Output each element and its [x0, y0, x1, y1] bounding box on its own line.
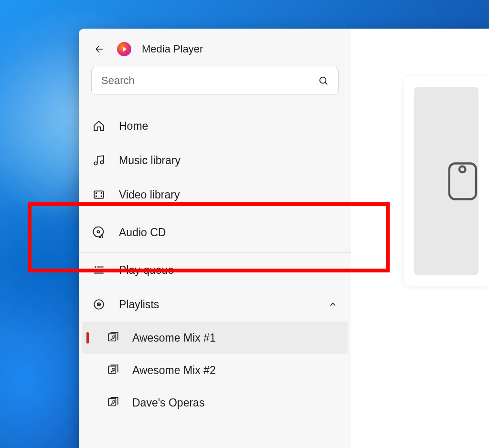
svg-rect-3 [94, 191, 104, 198]
video-icon [92, 188, 106, 201]
playlist-label-2: Awesome Mix #2 [132, 364, 216, 377]
nav-home-label: Home [119, 120, 338, 133]
nav-music-library[interactable]: Music library [79, 143, 351, 177]
svg-point-8 [93, 227, 103, 237]
nav-queue-label: Play queue [119, 264, 338, 277]
svg-point-11 [102, 236, 104, 238]
svg-point-23 [113, 370, 114, 372]
search-box[interactable] [91, 67, 339, 94]
playlist-item-1[interactable]: Awesome Mix #1 [82, 322, 348, 354]
svg-point-4 [96, 193, 97, 194]
nav-home[interactable]: Home [79, 109, 351, 143]
content-card [404, 76, 489, 286]
back-button[interactable] [92, 42, 106, 56]
music-placeholder-icon [445, 157, 483, 205]
nav-video-library[interactable]: Video library [79, 177, 351, 212]
sidebar: Media Player Home [79, 29, 351, 448]
music-icon [92, 154, 106, 167]
playlist-icon [106, 396, 120, 409]
playlist-item-3[interactable]: Dave's Operas [82, 386, 348, 419]
album-art-placeholder [414, 87, 478, 275]
queue-icon [92, 263, 106, 277]
svg-point-10 [99, 237, 101, 239]
svg-point-9 [97, 231, 100, 233]
svg-point-0 [320, 77, 326, 83]
svg-point-1 [94, 162, 97, 165]
cd-icon [92, 226, 106, 239]
app-icon [117, 42, 131, 56]
playlist-label-3: Dave's Operas [132, 396, 204, 409]
nav-list: Home Music library [79, 109, 351, 419]
nav-music-label: Music library [119, 154, 338, 167]
nav-playlists[interactable]: Playlists [79, 287, 351, 322]
home-icon [92, 119, 106, 133]
media-player-window: Media Player Home [79, 29, 489, 448]
header: Media Player [79, 42, 351, 67]
playlist-label-1: Awesome Mix #1 [132, 332, 216, 344]
arrow-left-icon [94, 43, 105, 55]
svg-point-5 [96, 196, 97, 197]
playlists-icon [92, 298, 106, 311]
search-input[interactable] [101, 74, 318, 87]
nav-playlists-label: Playlists [119, 298, 315, 311]
svg-point-28 [459, 166, 466, 172]
nav-audiocd-label: Audio CD [119, 226, 338, 239]
app-title: Media Player [142, 43, 203, 55]
svg-point-25 [111, 404, 112, 405]
svg-rect-27 [449, 163, 476, 199]
chevron-up-icon [328, 300, 338, 309]
svg-point-7 [101, 196, 102, 197]
svg-point-6 [101, 193, 102, 194]
playlist-item-2[interactable]: Awesome Mix #2 [82, 354, 348, 386]
svg-point-26 [113, 403, 114, 404]
svg-point-19 [111, 339, 112, 340]
nav-audio-cd[interactable]: Audio CD [79, 212, 351, 253]
svg-point-17 [98, 304, 99, 305]
search-container [79, 67, 351, 109]
nav-play-queue[interactable]: Play queue [79, 253, 351, 287]
playlist-icon [106, 331, 120, 344]
nav-video-label: Video library [119, 188, 338, 201]
svg-point-22 [111, 371, 112, 373]
playlist-icon [106, 364, 120, 377]
search-icon [318, 75, 329, 86]
svg-point-2 [100, 161, 104, 164]
content-area [351, 29, 489, 448]
svg-point-20 [113, 338, 114, 339]
